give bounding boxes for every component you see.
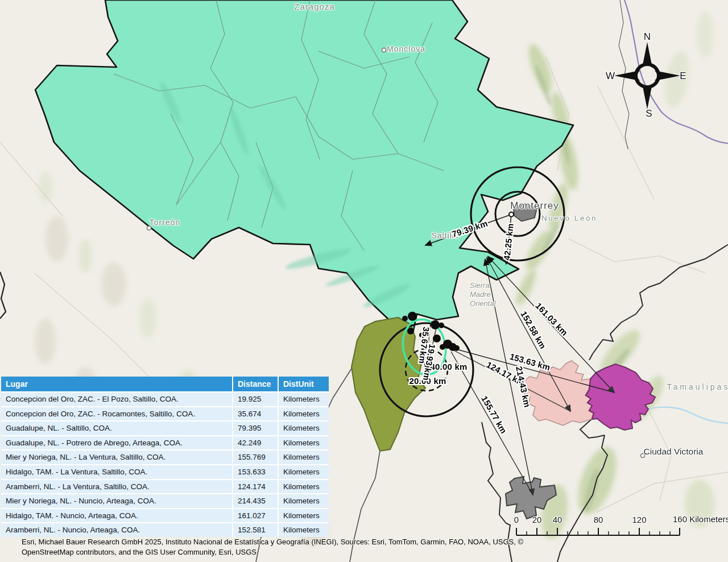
table-row[interactable]: Concepcion del Oro, ZAC. - Rocamontes, S… xyxy=(1,406,329,421)
cell-distance: 42.249 xyxy=(232,436,278,450)
cell-distance: 152.581 xyxy=(232,523,278,537)
attribution-line-1: Esri, Michael Bauer Research GmbH 2025, … xyxy=(22,537,523,547)
ring-label-40: 40.00 km xyxy=(431,362,468,371)
table-row[interactable]: Aramberri, NL. - Nuncio, Arteaga, COA. 1… xyxy=(1,522,329,537)
table-row[interactable]: Hidalgo, TAM. - Nuncio, Arteaga, COA. 16… xyxy=(1,508,329,523)
scale-tick-20: 20 xyxy=(532,515,542,524)
scale-tick-80: 80 xyxy=(594,515,603,524)
column-header-distunit: DistUnit xyxy=(278,377,329,391)
polygon-hidalgo-tam[interactable] xyxy=(586,364,655,430)
cell-distance: 161.027 xyxy=(232,509,278,523)
label-nuevo-leon: Nuevo León xyxy=(541,214,597,222)
attribution-line-2: OpenStreetMap contributors, and the GIS … xyxy=(22,547,523,557)
compass-s-label: S xyxy=(646,108,652,119)
cell-lugar: Guadalupe, NL. - Potrero de Abrego, Arte… xyxy=(1,436,232,450)
label-torreon: Torreón xyxy=(150,218,180,227)
cell-unit: Kilometers xyxy=(278,407,329,421)
scale-tick-120: 120 xyxy=(632,515,646,524)
cell-unit: Kilometers xyxy=(278,392,329,406)
label-ciudad-victoria: Ciudad Victoria xyxy=(644,447,704,457)
cell-unit: Kilometers xyxy=(278,465,329,479)
cell-distance: 79.395 xyxy=(232,422,278,435)
cell-unit: Kilometers xyxy=(278,422,329,435)
map-viewport[interactable]: Zaragoza Monclova Torreón Saltillo Monte… xyxy=(0,0,728,562)
cell-unit: Kilometers xyxy=(278,436,329,450)
cell-lugar: Mier y Noriega, NL. - Nuncio, Arteaga, C… xyxy=(1,494,232,508)
table-row[interactable]: Hidalgo, TAM. - La Ventura, Saltillo, CO… xyxy=(1,464,329,479)
column-header-distance: Distance xyxy=(232,377,278,391)
cell-distance: 35.674 xyxy=(232,407,278,421)
table-row[interactable]: Mier y Noriega, NL. - Nuncio, Arteaga, C… xyxy=(1,493,329,508)
compass-e-label: E xyxy=(680,71,686,82)
scale-tick-40: 40 xyxy=(553,515,562,524)
map-attribution: Esri, Michael Bauer Research GmbH 2025, … xyxy=(22,537,523,557)
column-header-lugar: Lugar xyxy=(1,377,232,391)
cell-unit: Kilometers xyxy=(278,494,329,508)
table-row[interactable]: Mier y Noriega, NL. - La Ventura, Saltil… xyxy=(1,449,329,464)
cell-unit: Kilometers xyxy=(278,480,329,494)
cell-distance: 19.925 xyxy=(232,392,278,406)
scale-end-label: 160 Kilometers xyxy=(673,514,728,524)
label-tamaulipas: Tamaulipas xyxy=(667,382,728,391)
label-monclova: Monclova xyxy=(387,44,425,53)
scalebar xyxy=(516,528,680,535)
label-zaragoza: Zaragoza xyxy=(294,2,334,11)
cell-lugar: Concepcion del Oro, ZAC. - Rocamontes, S… xyxy=(1,407,232,421)
cell-distance: 214.435 xyxy=(232,494,278,508)
table-row[interactable]: Aramberri, NL. - La Ventura, Saltillo, C… xyxy=(1,479,329,494)
scale-tick-0: 0 xyxy=(514,515,519,524)
table-row[interactable]: Guadalupe, NL. - Saltillo, COA. 79.395 K… xyxy=(1,420,329,435)
compass-w-label: W xyxy=(606,71,615,82)
table-header-row: Lugar Distance DistUnit xyxy=(1,377,329,391)
cell-unit: Kilometers xyxy=(278,509,329,523)
cell-lugar: Aramberri, NL. - Nuncio, Arteaga, COA. xyxy=(1,523,232,537)
cell-distance: 124.174 xyxy=(232,480,278,494)
cell-lugar: Hidalgo, TAM. - La Ventura, Saltillo, CO… xyxy=(1,465,232,479)
label-sierra-madre-oriental: Sierra Madre Oriental xyxy=(470,281,504,308)
cell-distance: 155.769 xyxy=(232,451,278,464)
cell-lugar: Guadalupe, NL. - Saltillo, COA. xyxy=(1,422,232,435)
cell-unit: Kilometers xyxy=(278,523,329,537)
cell-lugar: Mier y Noriega, NL. - La Ventura, Saltil… xyxy=(1,451,232,464)
table-row[interactable]: Guadalupe, NL. - Potrero de Abrego, Arte… xyxy=(1,435,329,450)
label-monterrey: Monterrey xyxy=(510,200,559,212)
distance-table: Lugar Distance DistUnit Concepcion del O… xyxy=(1,377,329,537)
cell-lugar: Hidalgo, TAM. - Nuncio, Arteaga, COA. xyxy=(1,509,232,523)
cell-distance: 153.633 xyxy=(232,465,278,479)
cell-lugar: Concepcion del Oro, ZAC. - El Pozo, Salt… xyxy=(1,392,232,406)
origin-marker-guadalupe xyxy=(509,212,514,217)
cell-unit: Kilometers xyxy=(278,451,329,464)
table-row[interactable]: Concepcion del Oro, ZAC. - El Pozo, Salt… xyxy=(1,391,329,406)
cell-lugar: Aramberri, NL. - La Ventura, Saltillo, C… xyxy=(1,480,232,494)
compass-n-label: N xyxy=(644,31,651,43)
